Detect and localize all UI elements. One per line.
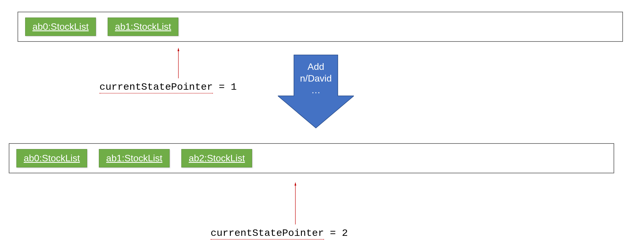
- pointer-2-var: currentStatePointer: [211, 228, 324, 240]
- state-2-container: ab0:StockList ab1:StockList ab2:StockLis…: [9, 143, 614, 173]
- pointer-1-label: currentStatePointer = 1: [99, 82, 237, 93]
- state-box-ab2-2: ab2:StockList: [181, 149, 252, 167]
- pointer-2-arrow: [292, 182, 348, 226]
- pointer-1-var: currentStatePointer: [99, 82, 213, 94]
- pointer-1-eq: =: [213, 82, 231, 93]
- pointer-2-block: currentStatePointer = 2: [211, 182, 348, 239]
- command-arrow: Add n/David …: [278, 52, 354, 132]
- pointer-1-arrow: [175, 48, 237, 80]
- state-1-container: ab0:StockList ab1:StockList: [18, 12, 623, 42]
- arrow-up-icon: [175, 48, 181, 80]
- state-box-ab0-2: ab0:StockList: [16, 149, 87, 167]
- command-line-3: …: [278, 84, 354, 96]
- command-arrow-text: Add n/David …: [278, 61, 354, 96]
- pointer-2-label: currentStatePointer = 2: [211, 228, 348, 239]
- state-box-ab1: ab1:StockList: [108, 18, 178, 36]
- pointer-1-val: 1: [231, 82, 237, 93]
- pointer-1-block: currentStatePointer = 1: [99, 48, 237, 93]
- pointer-2-val: 2: [342, 228, 348, 239]
- state-box-ab0: ab0:StockList: [25, 18, 96, 36]
- command-line-2: n/David: [278, 72, 354, 84]
- command-line-1: Add: [278, 61, 354, 72]
- state-box-ab1-2: ab1:StockList: [99, 149, 170, 167]
- arrow-up-icon: [292, 182, 298, 226]
- pointer-2-eq: =: [324, 228, 342, 239]
